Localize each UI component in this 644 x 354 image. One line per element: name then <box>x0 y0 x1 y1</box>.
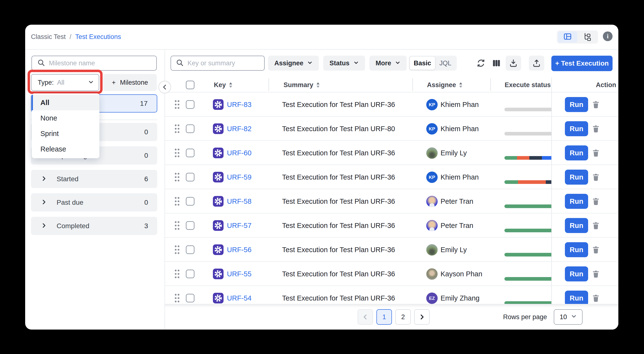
type-filter-select[interactable]: Type: All <box>31 74 99 91</box>
upload-icon <box>532 59 541 68</box>
trash-icon[interactable] <box>592 245 600 255</box>
trash-icon[interactable] <box>592 173 600 182</box>
trash-icon[interactable] <box>592 148 600 158</box>
row-checkbox[interactable] <box>186 270 194 278</box>
row-checkbox[interactable] <box>186 294 194 302</box>
issue-key-link[interactable]: URF-56 <box>227 246 252 254</box>
run-button[interactable]: Run <box>565 170 588 184</box>
type-dropdown-option[interactable]: None <box>32 110 100 126</box>
filter-dropdown-button[interactable]: Assignee <box>268 56 319 71</box>
select-all-checkbox[interactable] <box>186 80 194 89</box>
type-dropdown-option[interactable]: Sprint <box>32 126 100 141</box>
page-number-button[interactable]: 2 <box>395 309 411 325</box>
milestone-group-count: 0 <box>144 152 148 160</box>
execute-status-bar <box>504 108 551 111</box>
refresh-icon <box>476 58 486 68</box>
column-header-summary[interactable]: Summary <box>284 78 320 92</box>
run-button[interactable]: Run <box>565 266 588 282</box>
milestone-group-row[interactable]: Past due 0 <box>31 193 157 212</box>
row-checkbox[interactable] <box>186 245 194 254</box>
rows-per-page-select[interactable]: 10 <box>554 309 582 325</box>
drag-handle-icon[interactable] <box>174 117 180 141</box>
refresh-button[interactable] <box>473 56 489 71</box>
table-row: URF-59 Test Execution for Test Plan URF-… <box>164 165 618 189</box>
filter-dropdown-button[interactable]: More <box>370 56 407 71</box>
filter-dropdown-button[interactable]: Status <box>323 56 365 71</box>
search-icon <box>176 59 184 68</box>
drag-handle-icon[interactable] <box>174 165 180 189</box>
avatar <box>426 147 438 159</box>
row-checkbox[interactable] <box>186 221 194 230</box>
next-page-button[interactable] <box>414 309 430 325</box>
issue-key-link[interactable]: URF-59 <box>227 173 252 181</box>
columns-button[interactable] <box>489 56 504 71</box>
key-cell: URF-56 <box>213 238 252 262</box>
column-header-assignee[interactable]: Assignee <box>427 78 462 92</box>
mode-jql-button[interactable]: JQL <box>435 60 456 67</box>
info-icon[interactable]: i <box>603 32 612 41</box>
type-dropdown-option[interactable]: Release <box>32 141 100 157</box>
run-button[interactable]: Run <box>565 242 588 257</box>
assignee-name: Emily Zhang <box>440 286 480 304</box>
milestone-group-row[interactable]: Started 6 <box>31 170 157 188</box>
run-button[interactable]: Run <box>565 97 588 112</box>
row-summary: Test Execution for Test Plan URF-80 <box>282 117 395 141</box>
issue-key-link[interactable]: URF-58 <box>227 198 252 206</box>
drag-handle-icon[interactable] <box>174 262 180 286</box>
issue-key-link[interactable]: URF-57 <box>227 222 252 230</box>
row-checkbox[interactable] <box>186 148 194 157</box>
page-number-button[interactable]: 1 <box>376 309 392 325</box>
row-summary: Test Execution for Test Plan URF-36 <box>282 189 395 214</box>
run-button[interactable]: Run <box>565 121 588 136</box>
drag-handle-icon[interactable] <box>174 92 180 117</box>
milestone-group-row[interactable]: Completed 3 <box>31 217 157 235</box>
drag-handle-icon[interactable] <box>174 238 180 262</box>
trash-icon[interactable] <box>592 100 600 110</box>
table-search-input[interactable] <box>187 59 264 67</box>
create-test-execution-button[interactable]: + Test Execution <box>551 56 612 71</box>
tree-view-button[interactable] <box>577 32 596 42</box>
breadcrumb-current[interactable]: Test Executions <box>75 33 121 41</box>
drag-handle-icon[interactable] <box>174 189 180 214</box>
header-separator <box>412 78 413 91</box>
row-checkbox[interactable] <box>186 124 194 133</box>
issue-key-link[interactable]: URF-54 <box>227 294 252 302</box>
import-button[interactable] <box>506 56 521 71</box>
collapse-sidebar-button[interactable] <box>158 81 171 94</box>
table-search[interactable] <box>170 56 265 71</box>
issue-key-link[interactable]: URF-55 <box>227 270 252 278</box>
mode-basic-button[interactable]: Basic <box>410 56 435 70</box>
assignee-name: Khiem Phan <box>440 165 479 189</box>
type-dropdown-option[interactable]: All <box>32 95 100 110</box>
issue-key-link[interactable]: URF-83 <box>227 101 252 109</box>
trash-icon[interactable] <box>592 124 600 134</box>
column-header-execute-status[interactable]: Execute status <box>505 78 551 92</box>
run-button[interactable]: Run <box>565 194 588 209</box>
row-checkbox[interactable] <box>186 197 194 206</box>
run-button[interactable]: Run <box>565 146 588 160</box>
trash-icon[interactable] <box>592 270 600 279</box>
chevron-left-icon <box>162 84 168 90</box>
run-button[interactable]: Run <box>565 290 588 304</box>
drag-handle-icon[interactable] <box>174 141 180 165</box>
trash-icon[interactable] <box>592 221 600 231</box>
breadcrumb-project[interactable]: Classic Test <box>31 33 66 41</box>
column-header-key[interactable]: Key <box>214 78 232 92</box>
chevron-down-icon <box>88 79 94 86</box>
export-button[interactable] <box>529 56 544 71</box>
issue-key-link[interactable]: URF-60 <box>227 149 252 157</box>
milestone-search[interactable] <box>32 56 157 71</box>
issue-key-link[interactable]: URF-82 <box>227 125 252 133</box>
row-checkbox[interactable] <box>186 173 194 182</box>
milestone-search-input[interactable] <box>48 59 156 67</box>
milestone-group-count: 3 <box>144 222 148 230</box>
trash-icon[interactable] <box>592 294 600 304</box>
run-button[interactable]: Run <box>565 218 588 233</box>
row-checkbox[interactable] <box>186 100 194 109</box>
add-milestone-button[interactable]: + Milestone <box>103 74 157 91</box>
previous-page-button[interactable] <box>358 309 373 325</box>
panel-view-button[interactable] <box>558 32 577 42</box>
drag-handle-icon[interactable] <box>174 286 180 304</box>
trash-icon[interactable] <box>592 197 600 207</box>
drag-handle-icon[interactable] <box>174 214 180 238</box>
